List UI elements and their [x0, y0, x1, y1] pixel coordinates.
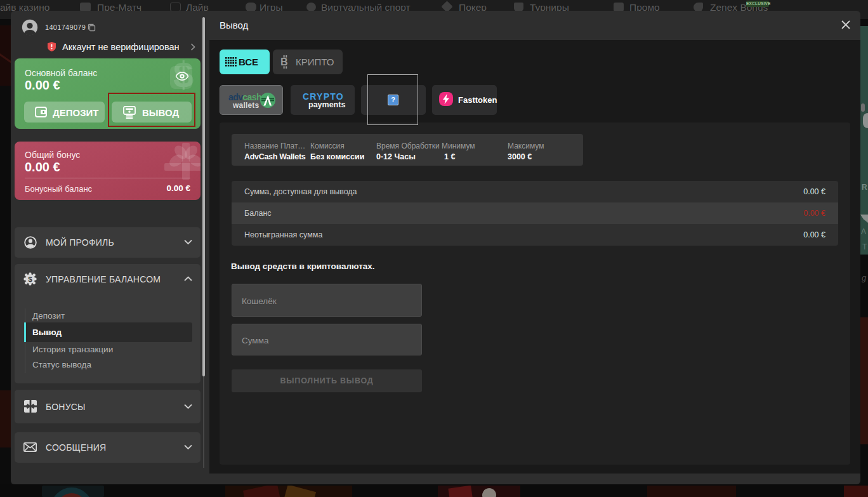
svg-text:B: B [280, 56, 288, 67]
svg-text:$: $ [28, 275, 32, 284]
